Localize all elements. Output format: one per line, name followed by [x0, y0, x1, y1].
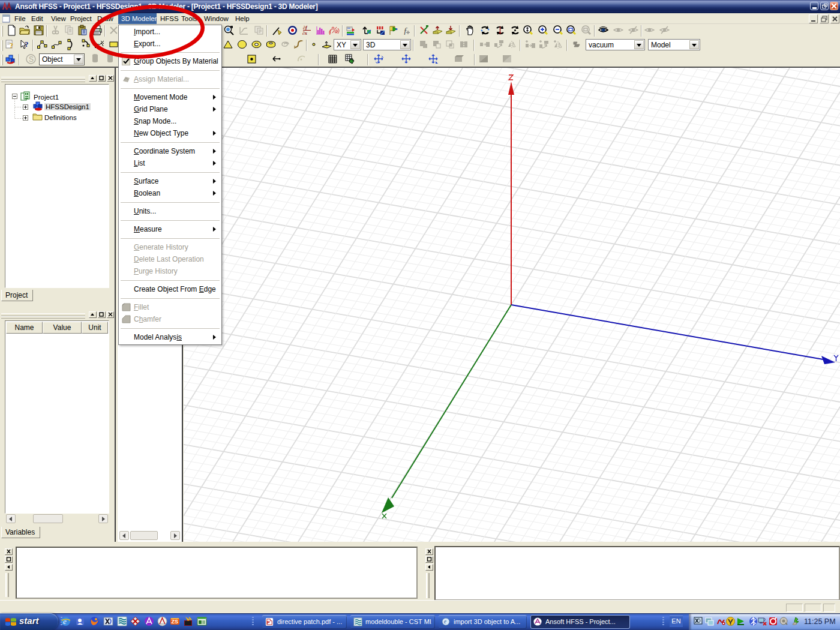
- svg-text:∂x: ∂x: [302, 31, 307, 36]
- svg-text:ZS: ZS: [172, 619, 179, 625]
- svg-text:S: S: [29, 55, 34, 64]
- svg-text:e: e: [444, 619, 446, 625]
- svg-text:ƒ: ƒ: [403, 26, 408, 35]
- svg-text:P: P: [267, 620, 270, 625]
- svg-text:?: ?: [25, 40, 29, 49]
- svg-text:∂f: ∂f: [303, 25, 308, 31]
- svg-text:e: e: [63, 617, 67, 626]
- svg-text:?: ?: [10, 41, 13, 50]
